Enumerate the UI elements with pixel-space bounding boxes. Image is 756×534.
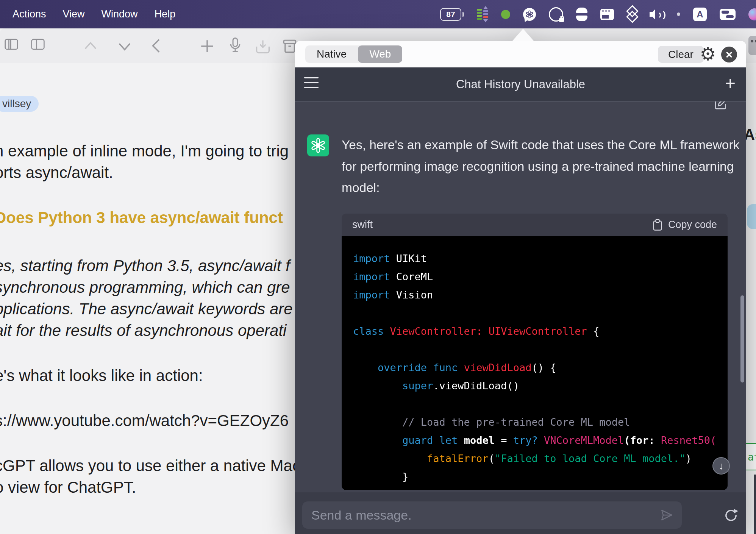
openai-logo-icon <box>310 137 326 153</box>
doc-line: e's what it looks like in action: <box>0 365 320 386</box>
volume-icon[interactable] <box>650 9 664 20</box>
code-line: import UIKit <box>353 250 728 268</box>
code-block-header: swift Copy code <box>342 214 728 236</box>
keyboard-widget-icon[interactable] <box>600 9 614 20</box>
menu-bar-menus: ActionsViewWindowHelp <box>0 8 175 20</box>
code-language-label: swift <box>352 219 373 231</box>
chat-scrollbar[interactable] <box>740 295 744 383</box>
close-icon[interactable]: × <box>721 47 737 62</box>
assistant-message-line: for performing image recognition using a… <box>342 156 736 178</box>
regenerate-icon[interactable] <box>723 507 739 525</box>
code-line <box>353 340 728 359</box>
doc-line: synchronous programming, which can gre <box>0 276 320 298</box>
clear-button[interactable]: Clear <box>658 46 704 63</box>
code-line: super.viewDidLoad() <box>353 377 728 395</box>
code-line: // Load the pre-trained Core ML model <box>353 413 728 431</box>
control-center-icon[interactable] <box>720 9 736 20</box>
doc-line: o view for ChatGPT. <box>0 476 320 498</box>
right-sliver-blob <box>747 204 756 229</box>
assistant-message-line: model: <box>342 177 736 199</box>
menu-item-actions[interactable]: Actions <box>12 8 46 20</box>
microphone-icon[interactable] <box>229 37 242 56</box>
toolbar-divider <box>107 38 107 53</box>
code-line <box>353 304 728 322</box>
back-chevron-icon[interactable] <box>150 37 161 56</box>
code-block: swift Copy code import UIKitimport CoreM… <box>342 214 728 490</box>
code-line: class ViewController: UIViewController { <box>353 322 728 340</box>
macgpt-knot-icon <box>525 10 534 19</box>
tab-web[interactable]: Web <box>358 45 402 63</box>
doc-paragraph: e's what it looks like in action: <box>0 365 320 386</box>
chevron-up-icon[interactable] <box>83 40 98 53</box>
panel-toggle-icon[interactable] <box>30 37 45 53</box>
settings-gear-icon[interactable]: ⚙ <box>698 44 718 64</box>
code-line: } <box>353 468 728 486</box>
menu-bar: ActionsViewWindowHelp 87 <box>0 0 756 28</box>
doc-line: n example of inline mode, I'm going to t… <box>0 140 320 162</box>
code-line: import CoreML <box>353 268 728 286</box>
mention-pill: villsey <box>0 96 39 112</box>
sidebar-toggle-icon[interactable] <box>4 37 19 53</box>
doc-line: Does Python 3 have async/await funct <box>0 207 320 228</box>
scroll-to-bottom-button[interactable]: ↓ <box>712 457 730 475</box>
chat-panel: Chat History Unavailable + Yes, <box>295 67 746 534</box>
battery-indicator[interactable]: 87 <box>440 8 464 21</box>
tab-native[interactable]: Native <box>305 45 358 63</box>
macgpt-menubar-icon[interactable] <box>523 8 536 21</box>
chat-header: Chat History Unavailable + <box>295 67 746 101</box>
message-input-container[interactable] <box>302 501 682 529</box>
copy-code-button[interactable]: Copy code <box>652 219 717 231</box>
menu-item-window[interactable]: Window <box>102 8 138 20</box>
status-dot-icon[interactable] <box>501 10 510 19</box>
background-app-icon <box>748 36 756 55</box>
assistant-message-line: Yes, here's an example of Swift code tha… <box>342 134 736 156</box>
composer-zone <box>295 492 746 534</box>
new-chat-plus-icon[interactable]: + <box>725 73 736 94</box>
document-text: n example of inline mode, I'm going to t… <box>0 140 320 522</box>
screen-lock-icon[interactable] <box>549 7 563 22</box>
assistant-message: Yes, here's an example of Swift code tha… <box>342 134 736 199</box>
battery-nub <box>462 12 464 17</box>
doc-paragraph: s://www.youtube.com/watch?v=GEZOyZ6 <box>0 410 320 431</box>
menu-bar-status-items: 87 <box>440 0 756 28</box>
doc-paragraph: Does Python 3 have async/await funct <box>0 207 320 228</box>
system-stats-icon[interactable] <box>477 6 488 22</box>
menu-item-help[interactable]: Help <box>155 8 176 20</box>
code-line <box>353 395 728 413</box>
send-icon[interactable] <box>660 508 673 522</box>
code-line: override func viewDidLoad() { <box>353 359 728 377</box>
macgpt-popover: NativeWeb Clear ⚙ × Chat History Unavail… <box>295 29 746 534</box>
code-line: guard let model = try? VNCoreMLModel(for… <box>353 431 728 450</box>
assistant-avatar <box>307 134 329 156</box>
doc-line: s://www.youtube.com/watch?v=GEZOyZ6 <box>0 410 320 431</box>
battery-percent: 87 <box>440 8 461 21</box>
clipboard-icon <box>652 219 663 231</box>
mode-segmented-control: NativeWeb <box>305 45 402 63</box>
import-tray-icon[interactable] <box>255 39 271 56</box>
doc-line: pplications. The async/await keywords ar… <box>0 298 320 320</box>
doc-paragraph: es, starting from Python 3.5, async/awai… <box>0 255 320 341</box>
input-source-icon[interactable]: A <box>693 8 707 21</box>
right-sliver-edge <box>754 475 756 534</box>
menu-item-view[interactable]: View <box>63 8 85 20</box>
recording-dot-icon <box>677 12 680 16</box>
copy-code-label: Copy code <box>668 219 717 231</box>
doc-paragraph: cGPT allows you to use either a native M… <box>0 455 320 498</box>
code-line: import Vision <box>353 286 728 304</box>
add-icon[interactable] <box>199 38 215 56</box>
chat-title: Chat History Unavailable <box>295 67 746 101</box>
code-line: fatalError("Failed to load Core ML model… <box>353 450 728 468</box>
doc-line: ait for the results of asynchronous oper… <box>0 320 320 341</box>
doc-line: orts async/await. <box>0 162 320 183</box>
chevron-down-icon[interactable] <box>117 41 133 54</box>
right-sliver-code-fragment: at <box>745 443 756 470</box>
code-content: import UIKitimport CoreMLimport Vision c… <box>342 236 728 490</box>
message-input[interactable] <box>311 507 660 523</box>
popover-topbar: NativeWeb Clear ⚙ × <box>295 41 746 67</box>
doc-line: es, starting from Python 3.5, async/awai… <box>0 255 320 276</box>
display-mode-icon[interactable] <box>576 8 587 21</box>
popover-caret <box>512 29 534 41</box>
siri-icon[interactable] <box>748 8 756 20</box>
doc-line: cGPT allows you to use either a native M… <box>0 455 320 476</box>
stacked-diamonds-icon[interactable] <box>627 7 637 22</box>
